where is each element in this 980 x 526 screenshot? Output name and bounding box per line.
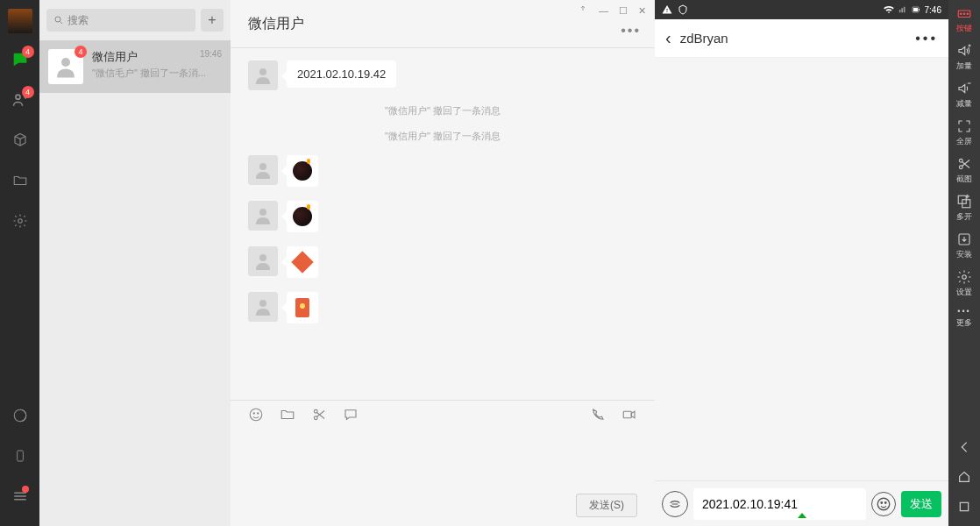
svg-point-12 — [250, 409, 262, 421]
search-input[interactable]: 搜索 — [46, 9, 195, 32]
phone-more-icon[interactable]: ••• — [915, 31, 938, 46]
phone-icon[interactable] — [10, 445, 31, 466]
sender-avatar[interactable] — [248, 60, 278, 90]
emu-install[interactable]: 安装 — [948, 231, 980, 260]
emoji-icon[interactable] — [248, 407, 264, 426]
emu-multi[interactable]: 多开 — [948, 194, 980, 223]
scissors-icon[interactable] — [311, 407, 327, 426]
sender-avatar[interactable] — [248, 246, 278, 276]
more-icon[interactable]: ••• — [621, 23, 641, 39]
chat-tab-icon[interactable]: 4 — [10, 49, 31, 70]
chat-title: 微信用户 — [248, 15, 304, 33]
send-button[interactable]: 发送(S) — [576, 494, 637, 517]
svg-rect-20 — [913, 8, 918, 11]
svg-rect-39 — [960, 502, 968, 510]
svg-point-32 — [959, 159, 962, 162]
back-icon[interactable]: ‹ — [665, 28, 671, 48]
message-row — [248, 155, 637, 187]
pin-icon[interactable] — [578, 5, 588, 18]
sticker-bomb[interactable] — [287, 155, 318, 187]
emu-keys-button[interactable]: 按键 — [948, 5, 980, 34]
folder-icon[interactable] — [10, 170, 31, 191]
svg-point-1 — [16, 95, 20, 99]
sender-avatar[interactable] — [248, 201, 278, 231]
sticker-redpacket[interactable] — [287, 292, 318, 323]
gear-icon[interactable] — [10, 210, 31, 231]
emu-fullscreen[interactable]: 全屏 — [948, 118, 980, 147]
my-avatar[interactable] — [8, 9, 32, 33]
sticker-diamond[interactable] — [287, 246, 318, 278]
status-time: 7:46 — [925, 5, 941, 15]
svg-point-27 — [967, 13, 969, 15]
moments-icon[interactable] — [10, 405, 31, 426]
message-row — [248, 292, 637, 323]
maximize-icon[interactable]: ☐ — [619, 5, 628, 18]
call-icon[interactable] — [590, 407, 606, 426]
emu-home-icon[interactable] — [957, 470, 971, 487]
svg-point-15 — [314, 416, 317, 419]
emu-volume-down[interactable]: 减量 — [948, 81, 980, 110]
close-icon[interactable]: ✕ — [638, 5, 646, 18]
svg-rect-19 — [919, 9, 920, 11]
emulator-toolbar: 按键 加量 减量 全屏 截图 多开 安装 设置 ••• 更多 — [948, 0, 980, 526]
emu-back-icon[interactable] — [957, 440, 971, 458]
phone-message-area — [655, 58, 948, 480]
file-icon[interactable] — [280, 407, 295, 426]
phone-emoji-icon[interactable] — [871, 492, 896, 516]
message-row — [248, 201, 637, 232]
svg-point-10 — [55, 17, 60, 22]
minimize-icon[interactable]: — — [599, 5, 608, 18]
chat-icon[interactable] — [343, 407, 359, 426]
cube-icon[interactable] — [10, 130, 31, 151]
chat-list-panel: 搜索 + 4 微信用户 "微信毛户" 撤回了一条消... 19:46 — [39, 0, 231, 526]
chat-list-item[interactable]: 4 微信用户 "微信毛户" 撤回了一条消... 19:46 — [39, 40, 231, 93]
chat-window: 微信用户 — ☐ ✕ ••• 2021.02.10.19.42 "微信用户" 撤… — [231, 0, 655, 526]
input-toolbar — [231, 400, 655, 431]
phone-send-button[interactable]: 发送 — [901, 491, 941, 517]
emu-settings[interactable]: 设置 — [948, 269, 980, 298]
contact-avatar: 4 — [48, 49, 83, 84]
svg-point-4 — [18, 219, 22, 224]
phone-statusbar: 7:46 — [655, 0, 948, 19]
emu-screenshot[interactable]: 截图 — [948, 156, 980, 185]
sender-avatar[interactable] — [248, 292, 278, 322]
system-message: "微信用户" 撤回了一条消息 — [248, 130, 637, 143]
voice-icon[interactable] — [662, 491, 688, 517]
phone-text-input[interactable]: 2021.02.10.19:41 — [693, 488, 866, 520]
svg-point-25 — [961, 13, 962, 15]
unread-badge: 4 — [75, 46, 87, 58]
sender-avatar[interactable] — [248, 155, 278, 185]
add-button[interactable]: + — [201, 9, 224, 32]
message-time: 19:46 — [200, 49, 222, 59]
svg-point-14 — [258, 412, 259, 413]
emu-volume-up[interactable]: 加量 — [948, 43, 980, 72]
emu-recent-icon[interactable] — [957, 500, 971, 517]
emu-more[interactable]: ••• 更多 — [948, 307, 980, 329]
svg-rect-17 — [623, 411, 631, 418]
contacts-icon[interactable]: 4 — [10, 89, 31, 110]
message-list: 2021.02.10.19.42 "微信用户" 撤回了一条消息 "微信用户" 撤… — [231, 48, 655, 400]
svg-point-38 — [962, 275, 967, 280]
phone-header: ‹ zdBryan ••• — [655, 19, 948, 58]
svg-point-31 — [959, 166, 962, 169]
message-bubble: 2021.02.10.19.42 — [287, 60, 396, 88]
phone-emulator: 7:46 ‹ zdBryan ••• 2021.02.10.19:41 发送 — [655, 0, 948, 526]
svg-point-16 — [314, 409, 317, 413]
svg-point-23 — [885, 501, 887, 503]
svg-line-11 — [60, 22, 63, 25]
contacts-badge: 4 — [22, 86, 34, 98]
menu-icon[interactable] — [10, 486, 31, 507]
sticker-bomb[interactable] — [287, 201, 318, 232]
search-placeholder: 搜索 — [67, 13, 89, 28]
message-preview: "微信毛户" 撤回了一条消... — [92, 67, 222, 80]
svg-rect-6 — [17, 451, 23, 461]
phone-input-bar: 2021.02.10.19:41 发送 — [655, 480, 948, 526]
video-icon[interactable] — [621, 407, 637, 426]
menu-badge-dot — [22, 486, 29, 493]
message-row: 2021.02.10.19.42 — [248, 60, 637, 90]
svg-point-13 — [253, 412, 254, 413]
message-input[interactable]: 发送(S) — [231, 431, 655, 526]
app-sidebar: 4 4 — [0, 0, 39, 526]
system-message: "微信用户" 撤回了一条消息 — [248, 104, 637, 117]
svg-point-21 — [877, 498, 890, 510]
